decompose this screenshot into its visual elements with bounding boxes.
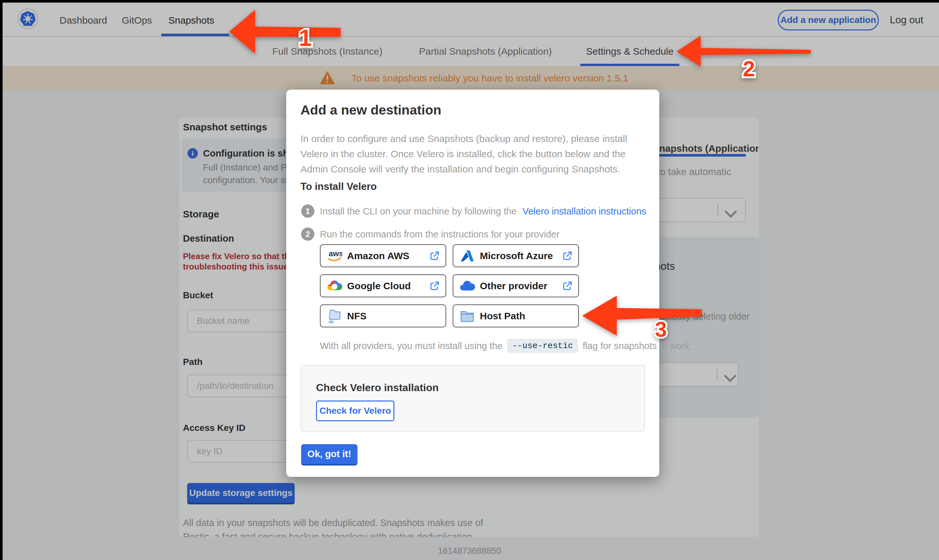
annotation-arrow-1 bbox=[227, 6, 343, 55]
velero-install-instructions-link[interactable]: Velero installation instructions bbox=[523, 206, 646, 217]
check-velero-panel: Check Velero installation Check for Vele… bbox=[301, 365, 645, 432]
restic-flag-chip: --use-restic bbox=[507, 339, 578, 353]
install-velero-heading: To install Velero bbox=[301, 181, 376, 192]
modal-title: Add a new destination bbox=[301, 103, 441, 118]
provider-label: Microsoft Azure bbox=[480, 251, 553, 262]
folder-icon bbox=[459, 309, 475, 323]
screen-left-edge bbox=[0, 0, 3, 560]
step-2-badge: 2 bbox=[301, 228, 315, 241]
check-for-velero-button[interactable]: Check for Velero bbox=[316, 400, 395, 421]
modal-intro-line3: Admin Console will verify the installati… bbox=[301, 162, 627, 177]
ok-got-it-button[interactable]: Ok, got it! bbox=[301, 444, 358, 466]
azure-logo-icon bbox=[459, 248, 475, 263]
check-velero-heading: Check Velero installation bbox=[316, 382, 439, 394]
svg-text:3: 3 bbox=[655, 317, 667, 341]
screen-top-edge bbox=[0, 0, 939, 3]
nfs-network-folder-icon bbox=[326, 309, 342, 323]
provider-label: Host Path bbox=[480, 311, 525, 322]
provider-button-google-cloud[interactable]: Google Cloud bbox=[320, 274, 446, 297]
svg-text:1: 1 bbox=[299, 25, 312, 51]
svg-text:2: 2 bbox=[743, 56, 755, 81]
external-link-icon bbox=[429, 281, 440, 291]
admin-console-screen: Dashboard GitOps Snapshots Add a new app… bbox=[0, 0, 939, 560]
add-destination-modal: Add a new destination In order to config… bbox=[286, 89, 659, 477]
provider-button-other[interactable]: Other provider bbox=[453, 274, 579, 297]
provider-label: Amazon AWS bbox=[347, 251, 409, 262]
restic-note: With all providers, you must install usi… bbox=[320, 339, 692, 353]
google-cloud-logo-icon bbox=[326, 278, 342, 294]
annotation-number-1: 1 bbox=[291, 23, 320, 52]
provider-label: Other provider bbox=[480, 280, 547, 291]
step-1-instruction: Install the CLI on your machine by follo… bbox=[320, 206, 517, 217]
provider-button-nfs[interactable]: NFS bbox=[320, 305, 446, 328]
restic-note-before: With all providers, you must install usi… bbox=[320, 341, 503, 351]
step-1-text: Install the CLI on your machine by follo… bbox=[320, 206, 646, 217]
external-link-icon bbox=[562, 281, 572, 291]
annotation-arrow-3 bbox=[580, 291, 706, 338]
modal-intro: In order to configure and use Snapshots … bbox=[301, 131, 627, 177]
modal-intro-line2: Velero in the cluster. Once Velero is in… bbox=[301, 146, 627, 162]
svg-text:aws: aws bbox=[328, 249, 342, 258]
restic-note-after: flag for snapshots to work. bbox=[583, 341, 692, 351]
annotation-number-3: 3 bbox=[646, 315, 675, 345]
provider-label: NFS bbox=[347, 311, 367, 322]
provider-button-aws[interactable]: aws Amazon AWS bbox=[320, 244, 446, 267]
step-2-text: Run the commands from the instructions f… bbox=[320, 229, 560, 240]
provider-label: Google Cloud bbox=[347, 280, 411, 291]
annotation-number-2: 2 bbox=[734, 54, 763, 83]
provider-button-azure[interactable]: Microsoft Azure bbox=[453, 244, 579, 267]
aws-logo-icon: aws bbox=[326, 248, 342, 263]
cloud-icon bbox=[459, 278, 475, 294]
external-link-icon bbox=[562, 251, 572, 261]
step-1-badge: 1 bbox=[301, 205, 315, 218]
provider-button-host-path[interactable]: Host Path bbox=[453, 305, 579, 328]
external-link-icon bbox=[429, 251, 440, 261]
modal-intro-line1: In order to configure and use Snapshots … bbox=[301, 131, 627, 146]
